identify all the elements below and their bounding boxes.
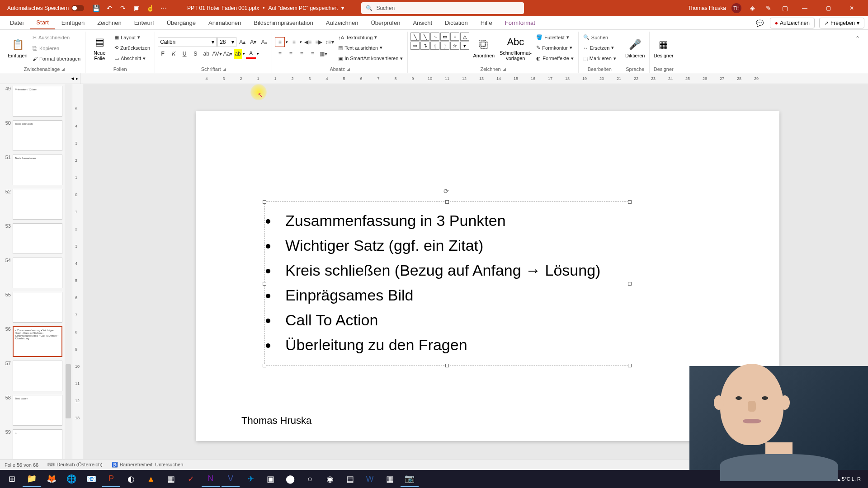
thumbnail-49[interactable]: 49Präsenter / Citizen (2, 86, 70, 117)
thumb-preview[interactable] (13, 258, 62, 288)
collapse-ribbon-icon[interactable]: ⌃ (853, 33, 863, 43)
window-icon[interactable]: ▢ (779, 3, 790, 14)
replace-button[interactable]: ↔Ersetzen▾ (581, 44, 618, 51)
qat-more-icon[interactable]: ⋯ (158, 3, 169, 14)
shrink-font-button[interactable]: A▾ (248, 37, 258, 47)
tab-formformat[interactable]: Formformat (499, 16, 542, 29)
thumbnail-57[interactable]: 57 (2, 361, 70, 391)
shape-line[interactable]: ╲ (410, 33, 420, 41)
app-icon[interactable]: ◐ (122, 471, 140, 487)
maximize-button[interactable]: ▢ (819, 1, 837, 15)
app3-icon[interactable]: ▣ (261, 471, 279, 487)
telegram-icon[interactable]: ✈ (241, 471, 259, 487)
font-size-select[interactable]: 28▾ (217, 37, 236, 47)
grow-font-button[interactable]: A▴ (237, 37, 247, 47)
outlook-icon[interactable]: 📧 (82, 471, 100, 487)
section-button[interactable]: ▭Abschnitt▾ (113, 55, 152, 62)
slide-counter[interactable]: Folie 56 von 66 (5, 462, 38, 468)
app4-icon[interactable]: ○ (301, 471, 319, 487)
visio-icon[interactable]: V (222, 471, 240, 487)
bold-button[interactable]: F (158, 49, 168, 59)
resize-handle[interactable] (263, 200, 266, 204)
tab-datei[interactable]: Datei (4, 16, 30, 29)
tab-aufzeichnen[interactable]: Aufzeichnen (320, 16, 365, 29)
start-button[interactable]: ⊞ (3, 471, 21, 487)
close-button[interactable]: ✕ (843, 1, 861, 15)
shape-brace2[interactable]: } (440, 42, 449, 50)
quick-styles-button[interactable]: Abc Schnellformat-vorlagen (498, 33, 533, 63)
present-icon[interactable]: ▣ (131, 3, 142, 14)
thumbnail-59[interactable]: 59♡ (2, 429, 70, 459)
tab-einfuegen[interactable]: Einfügen (55, 16, 91, 29)
shape-gallery[interactable]: ╲ ╲ ⟍ ▭ ○ △ ⇨ ↴ { } ☆ ▾ (410, 33, 469, 50)
thumbnail-55[interactable]: 55 (2, 292, 70, 323)
fill-button[interactable]: 🪣Fülleffekt▾ (534, 34, 576, 41)
dialog-launcher-icon[interactable]: ◢ (61, 67, 65, 71)
thumbnail-50[interactable]: 50Texte einfügen (2, 120, 70, 151)
share-button[interactable]: ↗Freigeben▾ (819, 18, 864, 28)
chevron-down-icon[interactable]: ▾ (341, 5, 344, 11)
word-icon[interactable]: W (361, 471, 379, 487)
accessibility-checker[interactable]: ♿Barrierefreiheit: Untersuchen (112, 462, 184, 468)
align-text-button[interactable]: ▤Text ausrichten▾ (336, 44, 405, 51)
search-input[interactable]: 🔍 Suchen (361, 2, 524, 14)
italic-button[interactable]: K (169, 49, 179, 59)
cut-button[interactable]: ✂Ausschneiden (31, 34, 82, 41)
tab-start[interactable]: Start (30, 16, 55, 29)
app6-icon[interactable]: ▤ (341, 471, 359, 487)
autosave-toggle[interactable]: Automatisches Speichern (4, 5, 88, 11)
bullet-item[interactable]: Wichtiger Satz (ggf. ein Zitat) (278, 234, 616, 257)
minimize-button[interactable]: — (796, 1, 814, 15)
bullet-item[interactable]: Überleitung zu den Fragen (278, 333, 616, 357)
resize-handle[interactable] (263, 282, 266, 286)
ruler-toggle-icon2[interactable]: ▸ (76, 76, 78, 81)
tab-zeichnen[interactable]: Zeichnen (91, 16, 127, 29)
paste-button[interactable]: 📋 Einfügen (6, 33, 29, 63)
reset-button[interactable]: ⟲Zurücksetzen (113, 44, 152, 51)
justify-button[interactable]: ≡ (307, 49, 317, 59)
tab-ansicht[interactable]: Ansicht (406, 16, 439, 29)
save-icon[interactable]: 💾 (90, 3, 101, 14)
thumbnail-panel[interactable]: 49Präsenter / Citizen50Texte einfügen51T… (0, 84, 72, 459)
undo-icon[interactable]: ↶ (104, 3, 115, 14)
dialog-launcher-icon[interactable]: ◢ (503, 67, 506, 71)
rotate-handle[interactable]: ⟳ (443, 188, 449, 195)
bullet-item[interactable]: Zusammenfassung in 3 Punkten (278, 209, 616, 232)
thumb-preview[interactable] (13, 292, 62, 323)
shape-oval[interactable]: ○ (450, 33, 459, 41)
case-button[interactable]: Aa▾ (223, 49, 233, 59)
thumbnail-58[interactable]: 58Text boxen (2, 395, 70, 426)
scrollbar[interactable] (65, 84, 72, 459)
bullet-list[interactable]: Zusammenfassung in 3 PunktenWichtiger Sa… (264, 202, 630, 366)
thumbnail-54[interactable]: 54 (2, 258, 70, 288)
dialog-launcher-icon[interactable]: ◢ (347, 67, 350, 71)
layout-button[interactable]: ▦Layout▾ (113, 34, 152, 41)
underline-button[interactable]: U (179, 49, 189, 59)
bullet-item[interactable]: Kreis schließen (Bezug auf Anfang → Lösu… (278, 259, 616, 282)
weather-widget[interactable]: ☁ 5°C L. R (835, 476, 861, 482)
tab-ueberpruefen[interactable]: Überprüfen (364, 16, 406, 29)
thumb-preview[interactable]: Texte formatieren (13, 155, 62, 185)
smartart-button[interactable]: ▣In SmartArt konvertieren▾ (336, 55, 405, 62)
scroll-thumb[interactable] (66, 364, 71, 418)
bullet-item[interactable]: Call To Action (278, 309, 616, 332)
thumb-preview[interactable]: Texte einfügen (13, 120, 62, 151)
thumb-preview[interactable] (13, 361, 62, 391)
resize-handle[interactable] (445, 364, 449, 367)
thumbnail-51[interactable]: 51Texte formatieren (2, 155, 70, 185)
indent-right-button[interactable]: ≡▶ (314, 37, 324, 47)
bullet-item[interactable]: Einprägsames Bild (278, 284, 616, 307)
dictate-button[interactable]: 🎤 Diktieren (624, 33, 646, 63)
language-indicator[interactable]: ⌨Deutsch (Österreich) (47, 462, 102, 468)
thumbnail-56[interactable]: 56• Zusammenfassung • Wichtiger Satz • K… (2, 326, 70, 357)
format-painter-button[interactable]: 🖌Format übertragen (31, 56, 82, 62)
font-name-select[interactable]: Calibri▾ (158, 37, 217, 47)
shape-line3[interactable]: ⟍ (430, 33, 439, 41)
dialog-launcher-icon[interactable]: ◢ (223, 67, 226, 71)
font-color-button[interactable]: A (246, 49, 256, 59)
thumbnail-52[interactable]: 52 (2, 189, 70, 220)
powerpoint-icon[interactable]: P (102, 471, 120, 487)
tab-hilfe[interactable]: Hilfe (474, 16, 499, 29)
text-placeholder[interactable]: ⟳ Zusammenfassung in 3 PunktenWichtiger … (264, 202, 630, 366)
new-slide-button[interactable]: ▤ Neue Folie (88, 33, 111, 63)
